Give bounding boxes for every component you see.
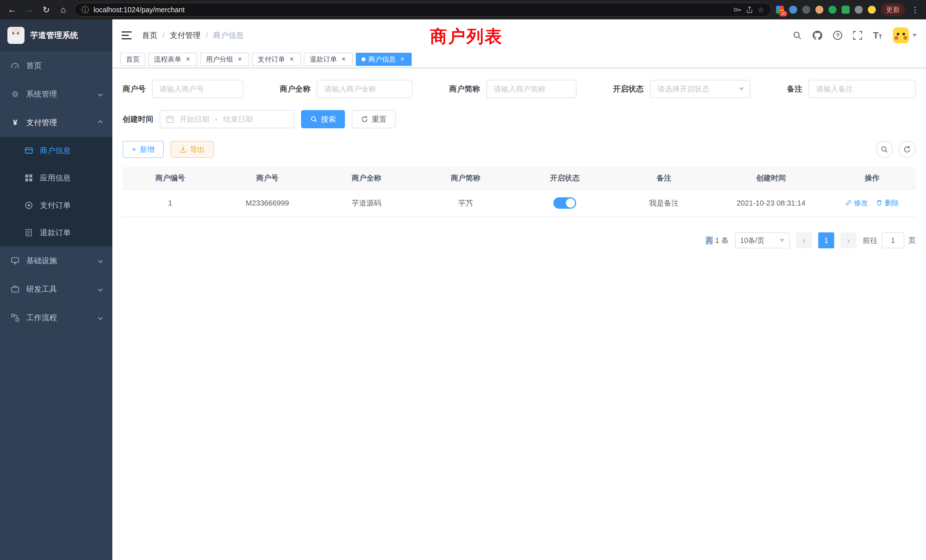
browser-forward-button[interactable]: → [23,3,35,16]
delete-link[interactable]: 删除 [876,198,899,207]
sidebar-item-infra[interactable]: 基础设施 [0,246,112,275]
font-size-icon[interactable]: TT [873,30,882,41]
browser-back-button[interactable]: ← [6,3,18,16]
plus-icon: + [132,145,136,154]
avatar [893,27,909,43]
browser-menu-icon[interactable]: ⋮ [910,5,920,15]
extension-grid-icon[interactable]: 10 [776,6,784,14]
close-icon[interactable]: × [288,56,295,63]
table-header-row: 商户编号 商户号 商户全称 商户简称 开启状态 备注 创建时间 操作 [123,167,916,189]
page-1-button[interactable]: 1 [818,232,834,248]
refresh-table-button[interactable] [899,141,916,158]
close-icon[interactable]: × [236,56,244,63]
sidebar-item-system[interactable]: ⚙ 系统管理 [0,80,112,108]
user-menu[interactable] [893,27,917,43]
extension-pin-icon[interactable] [855,6,863,14]
password-key-icon[interactable] [733,6,741,14]
close-icon[interactable]: × [184,56,192,63]
tab-label: 首页 [126,55,140,64]
chevron-up-icon [98,120,103,125]
extension-yellow-icon[interactable] [868,6,876,14]
chevron-down-icon [98,92,103,97]
sidebar-item-label: 基础设施 [26,256,57,266]
toggle-search-button[interactable] [876,141,893,158]
end-date-placeholder: 结束日期 [223,114,253,124]
extensions-area: 10 更新 ⋮ [776,3,920,16]
address-bar[interactable]: ⓘ localhost:1024/pay/merchant ☆ [74,3,772,17]
github-icon[interactable] [813,30,822,40]
close-icon[interactable]: × [340,56,347,63]
page-annotation: 商户列表 [430,25,503,48]
col-header-full-name: 商户全称 [317,167,416,189]
prev-page-button[interactable]: ‹ [796,232,812,248]
header-search-icon[interactable] [793,31,802,40]
pagination: 共 1 条 10条/页 ‹ 1 › 前往 页 [123,232,916,248]
app-logo[interactable]: 芋道管理系统 [0,20,112,51]
next-page-button[interactable]: › [840,232,856,248]
active-dot [362,57,366,61]
sidebar-item-label: 商户信息 [40,145,71,156]
sidebar-item-label: 研发工具 [26,284,57,294]
extension-avatar-icon[interactable] [816,6,823,14]
merchant-table: 商户编号 商户号 商户全称 商户简称 开启状态 备注 创建时间 操作 1 [123,167,916,217]
extension-dark-icon[interactable] [802,6,810,14]
short-name-input[interactable] [486,80,576,98]
breadcrumb-pay[interactable]: 支付管理 [170,30,201,41]
sidebar-item-home[interactable]: 首页 [0,51,112,80]
page-size-value: 10条/页 [740,236,764,245]
tab-pay-order[interactable]: 支付订单× [252,53,301,66]
bookmark-star-icon[interactable]: ☆ [758,6,764,14]
grid-icon [24,174,34,182]
sidebar-item-app-info[interactable]: 应用信息 [0,164,112,192]
full-name-label: 商户全称 [280,84,310,94]
tab-refund-order[interactable]: 退款订单× [304,53,353,66]
create-time-range-picker[interactable]: 开始日期 - 结束日期 [160,110,294,128]
share-icon[interactable] [746,6,753,14]
download-icon [180,146,186,153]
tab-user-group[interactable]: 用户分组× [200,53,249,66]
add-button[interactable]: + 新增 [123,141,163,158]
col-header-status: 开启状态 [515,167,614,189]
extension-blue-icon[interactable] [789,6,797,14]
total-count: 共 1 条 [706,236,729,245]
tab-home[interactable]: 首页 [120,53,145,66]
create-time-label: 创建时间 [123,114,153,124]
page-size-select[interactable]: 10条/页 [735,232,790,248]
sidebar-item-devtools[interactable]: 研发工具 [0,275,112,303]
search-button[interactable]: 搜索 [301,110,345,128]
sidebar-item-workflow[interactable]: 工作流程 [0,303,112,332]
edit-link[interactable]: 修改 [845,198,868,207]
sidebar-item-refund-order[interactable]: 退款订单 [0,219,112,246]
sidebar-toggle-icon[interactable] [121,31,132,39]
sidebar-item-pay-order[interactable]: 支付订单 [0,192,112,219]
browser-reload-button[interactable]: ↻ [40,3,53,16]
sidebar-item-merchant-info[interactable]: 商户信息 [0,137,112,164]
extension-green-square-icon[interactable] [841,6,850,14]
site-info-icon[interactable]: ⓘ [82,5,89,15]
remark-input[interactable] [808,80,916,98]
cell-short-name: 芋艿 [416,189,515,217]
help-icon[interactable]: ? [833,31,842,40]
export-button[interactable]: 导出 [171,141,214,158]
browser-update-button[interactable]: 更新 [881,3,905,16]
close-icon[interactable]: × [399,56,406,63]
tab-merchant-info[interactable]: 商户信息× [356,53,412,66]
sidebar-item-pay[interactable]: ¥ 支付管理 [0,108,112,137]
breadcrumb-home[interactable]: 首页 [142,30,157,41]
fullscreen-icon[interactable] [853,31,862,40]
browser-home-button[interactable]: ⌂ [57,3,70,16]
status-select[interactable]: 请选择开启状态 [650,80,750,98]
reset-button[interactable]: 重置 [352,110,396,128]
goto-page-input[interactable] [882,232,904,248]
monitor-icon [10,256,20,265]
sidebar-item-label: 支付管理 [26,118,57,128]
col-header-short-name: 商户简称 [416,167,515,189]
full-name-input[interactable] [317,80,413,98]
extension-green-circle-icon[interactable] [829,6,837,14]
tab-process-form[interactable]: 流程表单× [148,53,197,66]
logo-image [8,27,24,44]
merchant-no-input[interactable] [152,80,243,98]
screen: ← → ↻ ⌂ ⓘ localhost:1024/pay/merchant ☆ … [0,0,926,560]
cell-remark: 我是备注 [614,189,714,217]
status-toggle[interactable] [553,197,576,209]
